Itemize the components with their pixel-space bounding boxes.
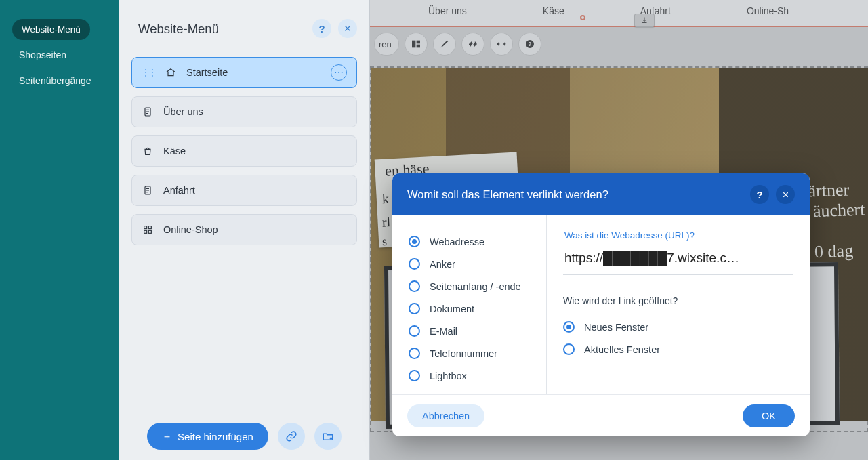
folder-button[interactable] bbox=[314, 423, 342, 450]
radio-icon bbox=[563, 343, 575, 355]
page-item-label: Käse bbox=[163, 146, 186, 156]
radio-label: Webadresse bbox=[430, 236, 484, 247]
ok-button[interactable]: OK bbox=[743, 404, 795, 427]
link-type-list: Webadresse Anker Seitenanfang / -ende Do… bbox=[392, 215, 547, 394]
panel-title: Website-Menü bbox=[138, 22, 369, 37]
drag-handle-icon[interactable]: ⋮⋮ bbox=[142, 68, 155, 77]
svg-rect-8 bbox=[148, 226, 151, 229]
page-item-online-shop[interactable]: Online-Shop bbox=[131, 214, 357, 245]
radio-anker[interactable]: Anker bbox=[409, 253, 541, 275]
add-page-button[interactable]: ＋ Seite hinzufügen bbox=[147, 423, 268, 450]
svg-rect-7 bbox=[144, 226, 147, 229]
url-input[interactable] bbox=[563, 246, 793, 270]
radio-label: Lightbox bbox=[430, 371, 467, 381]
radio-icon bbox=[409, 325, 420, 337]
radio-label: Dokument bbox=[430, 304, 474, 314]
radio-icon bbox=[409, 236, 420, 247]
radio-label: E-Mail bbox=[430, 326, 457, 337]
plus-icon: ＋ bbox=[162, 430, 172, 443]
radio-icon bbox=[409, 303, 420, 314]
doc-icon bbox=[142, 106, 154, 117]
page-item-kaese[interactable]: Käse bbox=[131, 135, 357, 167]
dialog-close-button[interactable] bbox=[776, 185, 795, 204]
doc-icon bbox=[142, 185, 154, 196]
page-item-label: Online-Shop bbox=[163, 224, 218, 235]
grid-icon bbox=[142, 224, 154, 235]
radio-lightbox[interactable]: Lightbox bbox=[409, 364, 541, 387]
radio-email[interactable]: E-Mail bbox=[409, 320, 541, 342]
sidebar-link[interactable]: Seitenübergänge bbox=[0, 60, 119, 86]
link-settings-button[interactable] bbox=[278, 423, 305, 450]
add-page-label: Seite hinzufügen bbox=[178, 431, 253, 442]
dialog-title: Womit soll das Element verlinkt werden? bbox=[407, 188, 608, 201]
radio-icon bbox=[409, 258, 420, 270]
url-field-label: Was ist die Webadresse (URL)? bbox=[564, 230, 793, 241]
radio-label: Neues Fenster bbox=[584, 322, 648, 333]
radio-icon bbox=[409, 370, 420, 381]
link-dialog: Womit soll das Element verlinkt werden? … bbox=[392, 173, 810, 436]
page-item-ueber-uns[interactable]: Über uns bbox=[131, 96, 357, 127]
page-item-label: Startseite bbox=[186, 67, 228, 78]
radio-icon bbox=[563, 321, 575, 333]
folder-icon bbox=[322, 430, 334, 442]
radio-telefon[interactable]: Telefonnummer bbox=[409, 342, 541, 364]
page-item-label: Anfahrt bbox=[163, 185, 195, 196]
left-sidebar: Website-Menü Shopseiten Seitenübergänge bbox=[0, 0, 119, 460]
svg-rect-9 bbox=[144, 230, 147, 233]
radio-icon bbox=[409, 348, 420, 359]
home-icon bbox=[165, 67, 177, 78]
pages-panel: Website-Menü ? ⋮⋮ Startseite ⋯ Über uns … bbox=[119, 0, 370, 460]
radio-label: Telefonnummer bbox=[430, 348, 497, 359]
radio-aktuelles-fenster[interactable]: Aktuelles Fenster bbox=[563, 338, 793, 360]
page-item-more-button[interactable]: ⋯ bbox=[331, 64, 347, 81]
radio-label: Anker bbox=[430, 259, 455, 270]
link-icon bbox=[285, 430, 297, 442]
page-item-anfahrt[interactable]: Anfahrt bbox=[131, 175, 357, 206]
open-mode-label: Wie wird der Link geöffnet? bbox=[563, 295, 793, 306]
bag-icon bbox=[142, 146, 154, 156]
cancel-button[interactable]: Abbrechen bbox=[407, 404, 484, 427]
radio-dokument[interactable]: Dokument bbox=[409, 297, 541, 320]
dialog-help-button[interactable]: ? bbox=[750, 185, 769, 204]
radio-seitenanfang[interactable]: Seitenanfang / -ende bbox=[409, 275, 541, 297]
sidebar-tab-active[interactable]: Website-Menü bbox=[12, 19, 90, 40]
page-item-label: Über uns bbox=[163, 106, 203, 117]
close-icon bbox=[782, 191, 789, 198]
sidebar-link[interactable]: Shopseiten bbox=[0, 40, 119, 60]
close-icon bbox=[344, 24, 352, 33]
svg-rect-10 bbox=[148, 230, 151, 233]
radio-label: Aktuelles Fenster bbox=[584, 344, 660, 355]
panel-help-button[interactable]: ? bbox=[312, 19, 331, 38]
radio-label: Seitenanfang / -ende bbox=[430, 281, 521, 292]
radio-webadresse[interactable]: Webadresse bbox=[409, 230, 541, 253]
radio-neues-fenster[interactable]: Neues Fenster bbox=[563, 316, 793, 338]
radio-icon bbox=[409, 280, 420, 292]
page-item-startseite[interactable]: ⋮⋮ Startseite ⋯ bbox=[131, 57, 357, 88]
panel-close-button[interactable] bbox=[338, 19, 357, 38]
